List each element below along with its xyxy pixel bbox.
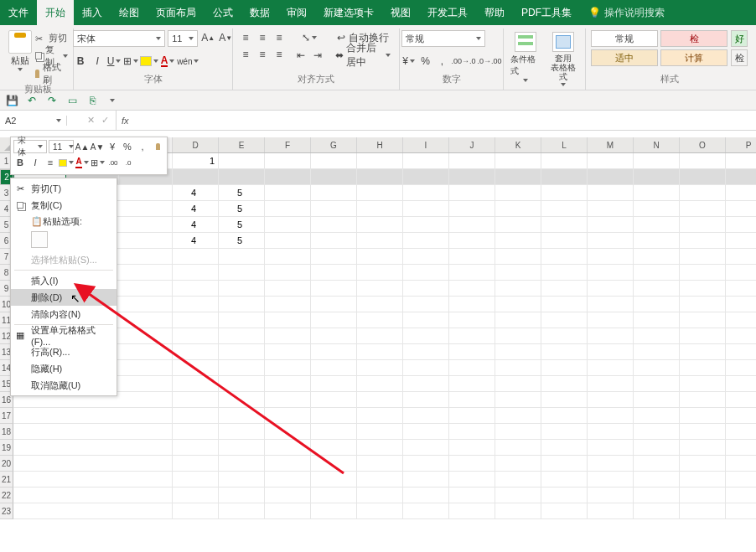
col-header-I[interactable]: I (403, 137, 449, 152)
tab-draw[interactable]: 绘图 (111, 0, 148, 25)
mini-inc-decimal[interactable]: .00 (106, 156, 120, 169)
orientation-button[interactable]: ⤡ (293, 30, 325, 45)
style-linked[interactable]: 检 (731, 49, 748, 66)
col-header-K[interactable]: K (495, 137, 541, 152)
col-header-M[interactable]: M (588, 137, 634, 152)
mini-italic[interactable]: I (28, 156, 42, 169)
style-calc[interactable]: 计算 (660, 49, 728, 66)
format-as-table-button[interactable]: 套用 表格格式 (546, 30, 580, 88)
align-left-button[interactable]: ≡ (238, 47, 253, 62)
mini-increase-font[interactable]: A▲ (75, 140, 89, 153)
tell-me-search[interactable]: 💡 操作说明搜索 (580, 0, 673, 25)
style-mid[interactable]: 适中 (591, 49, 658, 66)
tab-newtab[interactable]: 新建选项卡 (315, 0, 382, 25)
row-header-22[interactable]: 22 (0, 488, 13, 503)
qat-customize[interactable] (106, 94, 119, 107)
tab-page-layout[interactable]: 页面布局 (148, 0, 205, 25)
phonetic-button[interactable]: wén (177, 54, 199, 69)
increase-indent-button[interactable]: ⇥ (310, 48, 325, 63)
tab-file[interactable]: 文件 (0, 0, 37, 25)
mini-font-name[interactable]: 宋体 (13, 140, 47, 153)
ctx-format-cells[interactable]: ▦设置单元格格式(F)... (11, 327, 117, 343)
font-name-select[interactable]: 宋体 (73, 30, 165, 47)
align-center-button[interactable]: ≡ (255, 47, 270, 62)
cell-E4[interactable]: 5 (219, 201, 265, 217)
row-header-21[interactable]: 21 (0, 472, 13, 488)
border-button[interactable]: ⊞ (123, 54, 138, 69)
align-middle-button[interactable]: ≡ (255, 30, 270, 45)
ctx-delete[interactable]: 删除(D) (11, 289, 117, 306)
undo-button[interactable]: ↶ (25, 94, 39, 107)
decrease-font-button[interactable]: A▼ (218, 30, 233, 45)
decrease-decimal-button[interactable]: .0→.00 (478, 54, 502, 69)
ctx-hide[interactable]: 隐藏(H) (11, 360, 117, 377)
fx-label[interactable]: fx (117, 116, 134, 126)
underline-button[interactable]: U (106, 54, 122, 69)
mini-fill-color[interactable] (59, 156, 74, 169)
paste-button[interactable]: 粘贴 (11, 54, 29, 67)
mini-align[interactable]: ≡ (44, 156, 57, 169)
ctx-cut[interactable]: ✂剪切(T) (11, 180, 117, 197)
number-format-select[interactable]: 常规 (401, 30, 485, 47)
ctx-insert[interactable]: 插入(I) (11, 272, 117, 289)
cell-D4[interactable]: 4 (173, 201, 219, 217)
row-header-23[interactable]: 23 (0, 503, 13, 519)
mini-font-size[interactable]: 11 (49, 140, 74, 153)
cell-D3[interactable]: 4 (173, 185, 219, 201)
row-header-19[interactable]: 19 (0, 440, 13, 456)
decrease-indent-button[interactable]: ⇤ (293, 48, 308, 63)
mini-decrease-font[interactable]: A▼ (91, 140, 104, 153)
tab-help[interactable]: 帮助 (476, 0, 513, 25)
tab-data[interactable]: 数据 (241, 0, 278, 25)
tab-view[interactable]: 视图 (382, 0, 419, 25)
mini-percent[interactable]: % (121, 140, 134, 153)
cell-D6[interactable]: 4 (173, 233, 219, 249)
increase-font-button[interactable]: A▲ (200, 30, 215, 45)
mini-font-color[interactable]: A (75, 156, 89, 169)
mini-border[interactable]: ⊞ (91, 156, 105, 169)
qat-unknown1[interactable]: ▭ (65, 94, 79, 107)
col-header-F[interactable]: F (265, 137, 311, 152)
tab-formulas[interactable]: 公式 (205, 0, 241, 25)
cell-grid[interactable]: 1 45 45 45 45 (13, 153, 756, 519)
accounting-format-button[interactable]: ¥ (401, 54, 417, 69)
align-top-button[interactable]: ≡ (238, 30, 253, 45)
cell-E3[interactable]: 5 (219, 185, 265, 201)
mini-format-painter[interactable] (151, 140, 164, 153)
row-header-20[interactable]: 20 (0, 456, 13, 472)
style-check[interactable]: 检 (660, 30, 728, 47)
merge-center-button[interactable]: ⬌ 合并后居中 (332, 48, 394, 63)
format-painter-button[interactable]: 格式刷 (35, 65, 68, 81)
tab-insert[interactable]: 插入 (74, 0, 111, 25)
row-header-18[interactable]: 18 (0, 424, 13, 440)
col-header-H[interactable]: H (357, 137, 403, 152)
col-header-J[interactable]: J (449, 137, 495, 152)
percent-button[interactable]: % (418, 54, 433, 69)
italic-button[interactable]: I (90, 54, 105, 69)
qat-unknown2[interactable]: ⎘ (85, 94, 99, 107)
ctx-unhide[interactable]: 取消隐藏(U) (11, 377, 117, 394)
col-header-L[interactable]: L (541, 137, 588, 152)
col-header-N[interactable]: N (634, 137, 680, 152)
tab-home[interactable]: 开始 (37, 0, 74, 25)
save-button[interactable]: 💾 (5, 94, 18, 107)
col-header-E[interactable]: E (219, 137, 265, 152)
cell-D5[interactable]: 4 (173, 217, 219, 233)
comma-button[interactable]: , (435, 54, 450, 69)
col-header-D[interactable]: D (173, 137, 219, 152)
conditional-formatting-button[interactable]: 条件格式 (509, 30, 542, 84)
cell-E5[interactable]: 5 (219, 217, 265, 233)
cancel-formula-button[interactable]: ✕ (87, 115, 95, 126)
ctx-row-height[interactable]: 行高(R)... (11, 343, 117, 360)
cell-E6[interactable]: 5 (219, 233, 265, 249)
increase-decimal-button[interactable]: .00→.0 (452, 54, 476, 69)
enter-formula-button[interactable]: ✓ (101, 115, 109, 126)
mini-bold[interactable]: B (13, 156, 27, 169)
style-good[interactable]: 好 (731, 30, 748, 47)
row-header-17[interactable]: 17 (0, 408, 13, 424)
col-header-P[interactable]: P (726, 137, 756, 152)
tab-pdf[interactable]: PDF工具集 (513, 0, 580, 25)
paste-option-default[interactable] (31, 231, 48, 248)
mini-dec-decimal[interactable]: .0 (122, 156, 135, 169)
font-size-select[interactable]: 11 (168, 30, 198, 47)
